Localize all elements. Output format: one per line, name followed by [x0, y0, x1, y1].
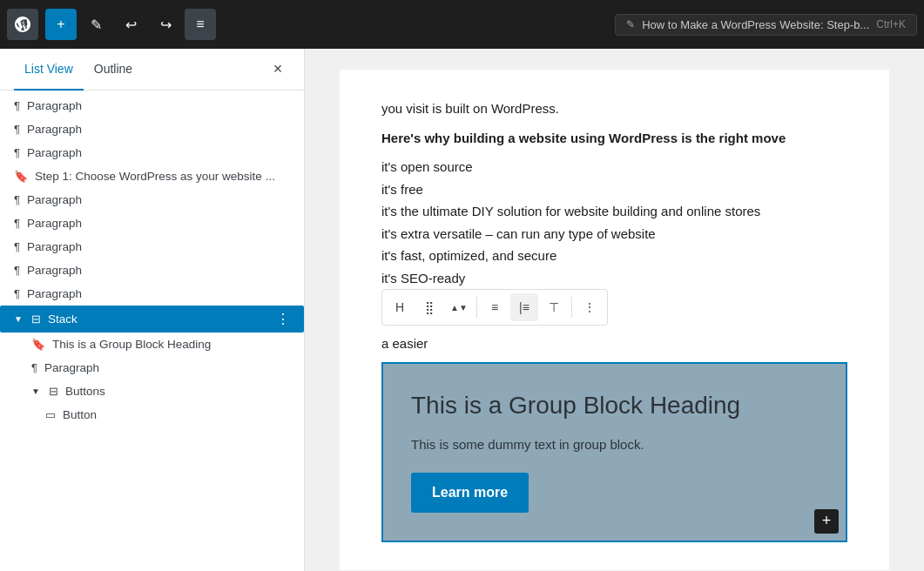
- list-item-icon: ¶: [14, 240, 20, 253]
- trailing-text: a easier: [381, 333, 847, 355]
- list-item-label: Paragraph: [27, 123, 290, 136]
- list-item-label: Paragraph: [27, 99, 290, 112]
- list-item: it's fast, optimized, and secure: [381, 245, 847, 267]
- pen-icon: ✎: [91, 17, 102, 33]
- sidebar-item-group-heading[interactable]: 🔖This is a Group Block Heading: [0, 333, 304, 356]
- list-item-label: Button: [63, 408, 290, 421]
- sidebar-item-para8[interactable]: ¶Paragraph: [0, 282, 304, 306]
- tab-outline[interactable]: Outline: [84, 49, 143, 91]
- heading-type-button[interactable]: H: [386, 293, 414, 321]
- address-pen-icon: ✎: [626, 18, 635, 30]
- list-item: it's free: [381, 178, 847, 201]
- list-item-label: Paragraph: [27, 217, 290, 230]
- list-item-icon: ⊟: [31, 312, 41, 326]
- keyboard-shortcut: Ctrl+K: [876, 18, 906, 30]
- list-item-icon: ¶: [14, 217, 20, 230]
- list-item-icon: 🔖: [31, 338, 45, 351]
- intro-paragraph: you visit is built on WordPress.: [381, 97, 847, 120]
- wp-logo: [7, 9, 38, 40]
- sidebar-item-step1[interactable]: 🔖Step 1: Choose WordPress as your websit…: [0, 165, 304, 188]
- wp-logo-icon: [14, 16, 31, 33]
- list-item-icon: ▭: [45, 408, 56, 421]
- list-item-icon: ¶: [14, 146, 20, 159]
- list-item: it's SEO-ready: [381, 267, 847, 290]
- sidebar-item-stack[interactable]: ▼⊟Stack⋮: [0, 306, 304, 333]
- list-item-label: Stack: [48, 312, 269, 326]
- sidebar-item-para7[interactable]: ¶Paragraph: [0, 259, 304, 282]
- move-up-down-button[interactable]: ▲▼: [445, 293, 473, 321]
- sidebar-list: ¶Paragraph¶Paragraph¶Paragraph🔖Step 1: C…: [0, 91, 304, 571]
- sidebar-item-button[interactable]: ▭Button: [0, 403, 304, 427]
- sidebar-item-group-para[interactable]: ¶Paragraph: [0, 356, 304, 380]
- redo-icon: ↪: [160, 17, 172, 33]
- sidebar-item-para1[interactable]: ¶Paragraph: [0, 94, 304, 118]
- sidebar-item-para2[interactable]: ¶Paragraph: [0, 118, 304, 141]
- list-item-icon: ⊟: [49, 385, 58, 398]
- list-item: it's open source: [381, 156, 847, 178]
- sidebar-close-button[interactable]: ×: [266, 57, 290, 82]
- group-block-paragraph: This is some dummy text in group block.: [411, 437, 818, 452]
- list-item-label: Paragraph: [27, 287, 290, 300]
- sidebar-header: List View Outline ×: [0, 49, 304, 91]
- list-item-icon: 🔖: [14, 170, 28, 183]
- content-area: you visit is built on WordPress. Here's …: [305, 49, 924, 571]
- sidebar-item-para5[interactable]: ¶Paragraph: [0, 212, 304, 235]
- editor-content: you visit is built on WordPress. Here's …: [340, 70, 889, 570]
- align-center-button[interactable]: |≡: [510, 293, 538, 321]
- menu-icon: ≡: [196, 17, 204, 32]
- sidebar-item-para4[interactable]: ¶Paragraph: [0, 188, 304, 212]
- sidebar: List View Outline × ¶Paragraph¶Paragraph…: [0, 49, 305, 571]
- list-item-label: Paragraph: [27, 146, 290, 159]
- toolbar-separator-2: [571, 297, 572, 318]
- menu-button[interactable]: ≡: [185, 9, 216, 40]
- top-toolbar: + ✎ ↩ ↪ ≡ ✎ How to Make a WordPress Webs…: [0, 0, 924, 49]
- undo-button[interactable]: ↩: [115, 9, 146, 40]
- toolbar-separator-1: [476, 297, 477, 318]
- address-text: How to Make a WordPress Website: Step-b.…: [642, 18, 869, 31]
- list-item-icon: ¶: [14, 99, 20, 112]
- more-options-button[interactable]: ⋮: [576, 293, 604, 321]
- sidebar-item-para3[interactable]: ¶Paragraph: [0, 141, 304, 165]
- list-item-label: Step 1: Choose WordPress as your website…: [35, 170, 290, 183]
- address-bar[interactable]: ✎ How to Make a WordPress Website: Step-…: [615, 14, 917, 36]
- align-full-button[interactable]: ⊤: [540, 293, 568, 321]
- add-block-toolbar-button[interactable]: +: [45, 9, 77, 40]
- list-item-label: Buttons: [65, 385, 290, 398]
- list-item: it's extra versatile – can run any type …: [381, 223, 847, 245]
- expand-toggle-icon: ▼: [31, 386, 40, 396]
- edit-mode-button[interactable]: ✎: [80, 9, 111, 40]
- list-item-icon: ¶: [31, 361, 37, 374]
- list-item-label: Paragraph: [27, 240, 290, 253]
- drag-handle-button[interactable]: ⣿: [415, 293, 443, 321]
- redo-button[interactable]: ↪: [150, 9, 181, 40]
- list-item-icon: ¶: [14, 123, 20, 136]
- list-items: it's open sourceit's freeit's the ultima…: [381, 156, 847, 289]
- align-left-button[interactable]: ≡: [481, 293, 509, 321]
- sidebar-item-para6[interactable]: ¶Paragraph: [0, 235, 304, 259]
- undo-icon: ↩: [125, 17, 137, 33]
- list-item-label: This is a Group Block Heading: [52, 338, 290, 351]
- block-toolbar: H ⣿ ▲▼ ≡ |≡ ⊤ ⋮: [381, 289, 608, 326]
- sidebar-item-buttons[interactable]: ▼⊟Buttons: [0, 380, 304, 403]
- add-block-button[interactable]: +: [814, 509, 839, 534]
- list-item-label: Paragraph: [27, 264, 290, 277]
- item-options-icon[interactable]: ⋮: [276, 311, 290, 327]
- list-item-label: Paragraph: [44, 361, 290, 374]
- expand-toggle-icon: ▼: [14, 314, 23, 324]
- list-item-icon: ¶: [14, 193, 20, 206]
- group-block: This is a Group Block Heading This is so…: [381, 362, 847, 542]
- tab-list-view[interactable]: List View: [14, 49, 84, 91]
- list-item-icon: ¶: [14, 264, 20, 277]
- list-item: it's the ultimate DIY solution for websi…: [381, 200, 847, 223]
- group-block-heading: This is a Group Block Heading: [411, 392, 818, 420]
- section-heading: Here's why building a website using Word…: [381, 127, 847, 150]
- list-item-label: Paragraph: [27, 193, 290, 206]
- learn-more-button[interactable]: Learn more: [411, 473, 529, 513]
- main-area: List View Outline × ¶Paragraph¶Paragraph…: [0, 49, 924, 571]
- list-item-icon: ¶: [14, 287, 20, 300]
